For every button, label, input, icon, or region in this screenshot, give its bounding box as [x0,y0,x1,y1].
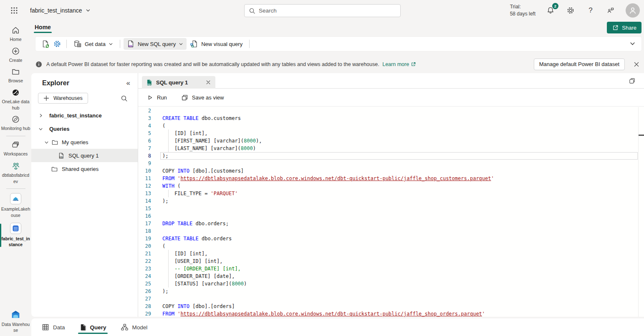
ribbon-row: Home Share [31,21,644,35]
sidebar-item-fabric-test-instance[interactable]: fabric_test_instance [0,223,31,248]
code-line-6[interactable]: 6 [FIRST_NAME] [varchar](8000), [138,137,644,145]
feedback-button[interactable] [606,5,616,15]
feedback-icon [606,6,615,15]
notifications-button[interactable]: 2 [546,5,556,15]
code-line-19[interactable]: 19CREATE TABLE dbo.orders [138,235,644,242]
banner-actions: Manage default Power BI dataset [534,59,641,70]
external-link-icon [411,61,416,67]
new-visual-query-button[interactable]: New visual query [187,38,246,50]
run-button[interactable]: Run [147,94,167,101]
share-label: Share [622,25,636,31]
sidebar-item-dbtlabsfabricdev[interactable]: dbtlabsfabricdev [0,161,31,184]
code-line-28[interactable]: 28COPY INTO [dbo].[orders] [138,303,644,310]
get-data-button[interactable]: Get data [70,38,116,50]
code-line-25[interactable]: 25 [STATUS] [varchar](8000) [138,280,644,288]
folder-icon [51,139,58,146]
code-line-26[interactable]: 26); [138,288,644,295]
close-tab-button[interactable] [205,79,212,86]
tab-model[interactable]: Model [121,318,148,336]
tab-sql-query-1[interactable]: SQL SQL query 1 [142,76,215,89]
tree-item-warehouse[interactable]: fabric_test_instance [31,109,138,122]
compass-icon [11,115,20,124]
code-line-3[interactable]: 3CREATE TABLE dbo.customers [138,115,644,122]
collapse-ribbon-button[interactable] [629,41,636,47]
global-search[interactable] [244,4,401,17]
app-launcher-button[interactable] [8,5,20,16]
settings-button[interactable] [566,5,576,15]
tree-item-shared-queries[interactable]: Shared queries [31,162,138,176]
manage-dataset-button[interactable]: Manage default Power BI dataset [534,59,625,70]
search-icon [249,8,255,14]
query-doc-icon [79,323,86,331]
sidebar-item-data-warehouse[interactable]: Data Warehouse [0,309,31,333]
code-line-13[interactable]: 13 FILE_TYPE = 'PARQUET' [138,190,644,197]
code-line-10[interactable]: 10COPY INTO [dbo].[customers] [138,167,644,175]
tab-data[interactable]: Data [42,318,65,336]
sidebar-item-browse[interactable]: Browse [0,67,31,84]
learn-more-link[interactable]: Learn more [382,61,416,67]
save-as-view-button[interactable]: Save as view [181,94,224,101]
code-line-24[interactable]: 24 [ORDER_DATE] [date], [138,272,644,280]
code-line-4[interactable]: 4( [138,122,644,130]
tab-query[interactable]: Query [79,318,106,336]
code-line-14[interactable]: 14); [138,197,644,205]
folder-icon [51,165,58,173]
code-line-9[interactable]: 9 [138,160,644,167]
code-line-22[interactable]: 22 [USER_ID] [int], [138,257,644,265]
sidebar-item-onelake-data-hub[interactable]: OneLake data hub [0,88,31,111]
sidebar-item-home[interactable]: Home [0,26,31,43]
onelake-icon [11,88,20,97]
collapse-explorer-button[interactable]: « [126,79,130,87]
code-line-11[interactable]: 11FROM 'https://dbtlabsynapsedatalake.bl… [138,175,644,182]
save-as-view-icon [181,94,188,101]
share-icon [612,24,619,31]
code-line-29[interactable]: 29FROM 'https://dbtlabsynapsedatalake.bl… [138,310,644,317]
explorer-tree: fabric_test_instance Queries My queries … [31,109,138,176]
code-line-18[interactable]: 18 [138,227,644,235]
tree-item-sql-query-1[interactable]: SQL SQL query 1 [31,149,138,162]
sidebar-item-create[interactable]: Create [0,47,31,64]
refresh-file-icon [41,40,50,48]
notification-badge: 2 [552,3,558,9]
code-line-12[interactable]: 12WITH ( [138,182,644,190]
table-grid-icon [42,323,49,331]
plus-circle-icon [11,47,20,56]
dataset-info-banner: A default Power BI dataset for faster re… [35,56,641,72]
share-button[interactable]: Share [607,22,641,33]
workspace-switcher[interactable]: fabric_test_instance [30,7,91,14]
tab-home[interactable]: Home [34,22,52,34]
account-avatar[interactable] [626,3,640,18]
tree-item-my-queries[interactable]: My queries [31,135,138,149]
code-line-15[interactable]: 15 [138,205,644,212]
people-icon [11,161,20,171]
refresh-button[interactable] [40,38,51,50]
scrollbar-marker[interactable] [639,135,644,136]
code-line-20[interactable]: 20( [138,242,644,250]
query-settings-button[interactable] [51,38,63,50]
explorer-panel: Explorer « Warehouses fabric_test_instan… [31,73,138,317]
sidebar-item-workspaces[interactable]: Workspaces [0,140,31,157]
tree-item-queries[interactable]: Queries [31,122,138,135]
code-line-17[interactable]: 17DROP TABLE dbo.orders; [138,220,644,227]
code-line-2[interactable]: 2 [138,107,644,115]
new-sql-query-button[interactable]: SQL New SQL query [124,38,187,50]
code-line-23[interactable]: 23 -- [ORDER_DATE] [int], [138,265,644,272]
add-warehouses-button[interactable]: Warehouses [38,93,88,104]
code-line-21[interactable]: 21 [ID] [int], [138,250,644,257]
search-icon[interactable] [121,95,128,102]
help-button[interactable]: ? [586,5,596,15]
copy-button[interactable] [629,77,636,84]
dismiss-banner-button[interactable] [631,59,641,69]
code-line-7[interactable]: 7 [LAST_NAME] [varchar](8000) [138,145,644,152]
sidebar-item-monitoring-hub[interactable]: Monitoring hub [0,115,31,132]
database-icon [73,40,82,48]
explorer-title: Explorer [42,79,69,87]
search-input[interactable] [259,8,396,14]
code-line-5[interactable]: 5 [ID] [int], [138,130,644,137]
code-line-16[interactable]: 16 [138,212,644,220]
code-editor[interactable]: 23CREATE TABLE dbo.customers4(5 [ID] [in… [138,107,644,317]
sidebar-item-examplelakehouse[interactable]: ExampleLakehouse [0,193,31,218]
home-icon [11,26,20,35]
code-line-27[interactable]: 27 [138,295,644,303]
code-line-8[interactable]: 8); [138,152,644,160]
